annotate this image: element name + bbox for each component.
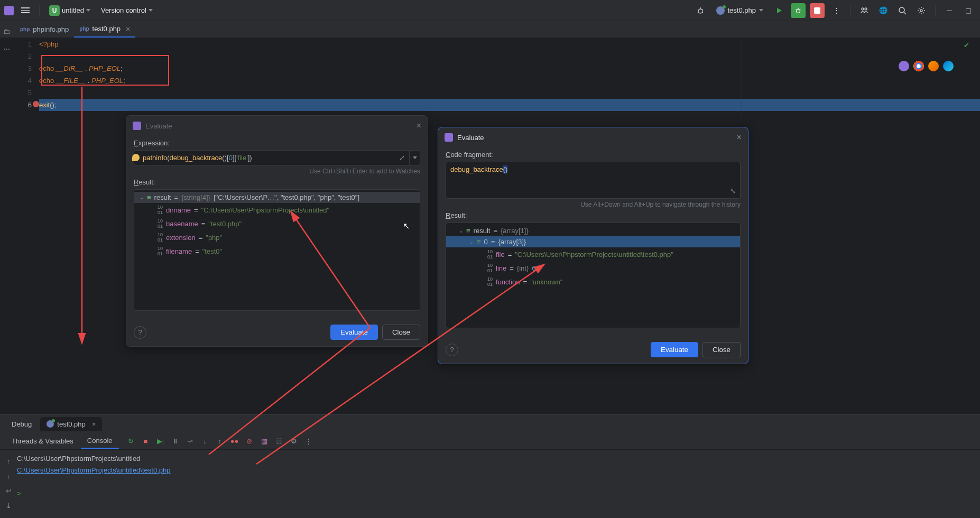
search-icon[interactable] [895,3,910,18]
hint-text: Use Alt+Down and Alt+Up to navigate thro… [446,201,741,208]
tree-row[interactable]: 1001basename = "test0.php" [134,217,420,230]
debug-button[interactable] [791,3,806,18]
evaluate-dialog-1[interactable]: Evaluate × Expression: pathinfo(debug_ba… [126,115,428,347]
close-icon[interactable]: × [417,121,421,131]
help-icon[interactable]: ? [446,344,458,356]
rerun-icon[interactable]: ↻ [126,437,136,446]
run-config-name: test0.php [728,6,756,14]
intention-bulb-icon[interactable] [132,154,140,161]
expression-input[interactable]: pathinfo(debug_backtrace()[0]['file']) ⤢ [134,150,410,165]
chevron-down-icon: ⌄ [469,239,474,245]
history-dropdown[interactable] [410,150,420,165]
scroll-down-icon[interactable]: ↓ [4,471,13,480]
evaluate-button[interactable]: Evaluate [330,325,378,340]
bug-icon[interactable] [693,3,708,18]
result-tree[interactable]: ⌄ ≡ result = {array[1]} ⌄ ≡ 0 = {array[3… [446,223,741,328]
breakpoint-icon[interactable] [33,101,39,107]
scroll-to-end-icon[interactable]: ⤓ [4,501,13,510]
run-config-dropdown[interactable]: test0.php [712,4,768,17]
code-area[interactable]: <?php echo __DIR__ . PHP_EOL; echo __FIL… [39,38,980,111]
maximize-icon[interactable]: ▢ [961,3,976,18]
separator [850,5,850,16]
structure-tool-icon[interactable]: ⋯ [3,45,10,53]
console-output[interactable]: C:\Users\User\PhpstormProjects\untitled … [17,453,975,500]
close-button[interactable]: Close [382,325,420,340]
resume-icon[interactable]: ▶| [156,437,165,446]
tree-row[interactable]: 1001dirname = "C:\Users\User\PhpstormPro… [134,203,420,217]
translate-icon[interactable]: 🌐 [876,3,891,18]
tree-row[interactable]: 1001file = "C:\Users\User\PhpstormProjec… [446,247,740,261]
tab-label: phpinfo.php [33,25,69,33]
more-icon[interactable]: ⋮ [304,437,313,446]
chrome-icon[interactable] [913,61,924,71]
close-button[interactable]: Close [702,342,741,357]
evaluate-dialog-2[interactable]: Evaluate × Code fragment: debug_backtrac… [438,127,748,364]
php-file-icon: php [20,26,30,32]
more-icon[interactable]: ⋮ [829,3,844,18]
code-fragment-input[interactable]: debug_backtrace() ⤡ [446,162,741,199]
svg-point-3 [862,8,864,10]
separator [935,5,936,16]
step-into-icon[interactable]: ↓ [200,437,210,446]
layout-icon[interactable]: ☷ [274,437,284,446]
step-over-icon[interactable]: ⤻ [186,437,195,446]
ide-preview-icon[interactable] [899,61,909,71]
close-icon[interactable]: × [737,133,742,142]
edge-icon[interactable] [943,61,954,71]
inspection-ok-icon[interactable]: ✔ [964,41,969,49]
debug-session-tab[interactable]: test0.php × [40,417,102,431]
evaluate-icon[interactable]: ▦ [260,437,269,446]
editor-tab-phpinfo[interactable]: php phpinfo.php [15,21,74,38]
result-tree[interactable]: ⌄ ≡ result = {string[4]} ["C:\Users\User… [134,189,420,311]
main-menu-button[interactable] [18,3,33,18]
tree-row[interactable]: 1001function = "unknown" [446,275,740,289]
tree-row-root[interactable]: ⌄ ≡ result = {string[4]} ["C:\Users\User… [134,192,420,203]
run-button[interactable] [772,3,787,18]
settings-icon[interactable] [914,3,929,18]
scroll-up-icon[interactable]: ↑ [4,456,13,466]
console-left-toolbar: ↑ ↓ ↩ ⤓ [2,456,15,510]
step-out-icon[interactable]: ↑ [215,437,225,446]
close-session-icon[interactable]: × [92,420,96,428]
collapse-icon[interactable]: ⤡ [730,187,736,195]
console-link[interactable]: C:\Users\User\PhpstormProjects\untitled\… [17,466,170,474]
soft-wrap-icon[interactable]: ↩ [4,486,13,495]
stop-icon[interactable]: ■ [141,437,151,446]
svg-rect-2 [814,7,820,14]
open-in-browser [899,61,954,71]
console-prompt[interactable]: > [17,489,21,497]
console-tab[interactable]: Console [81,433,119,449]
tree-row-index0[interactable]: ⌄ ≡ 0 = {array[3]} [446,236,740,247]
dialog-titlebar[interactable]: Evaluate × [126,116,428,136]
result-label: Result: [446,211,741,219]
project-tool-icon[interactable]: 🗀 [3,27,10,35]
project-name: untitled [62,6,84,14]
threads-tab[interactable]: Threads & Variables [5,434,80,448]
fragment-label: Code fragment: [446,151,741,159]
expression-label: Expression: [134,139,420,147]
tree-row[interactable]: 1001extension = "php" [134,230,420,244]
vcs-dropdown[interactable]: Version control [98,4,156,16]
breakpoints-icon[interactable]: ●● [230,437,239,446]
mute-bp-icon[interactable]: ⊘ [245,437,254,446]
project-dropdown[interactable]: U untitled [46,3,94,18]
settings-icon[interactable]: ⚙ [289,437,299,446]
tree-row[interactable]: 1001line = {int} 6 [446,261,740,275]
minimize-icon[interactable]: ─ [942,3,957,18]
tree-row-root[interactable]: ⌄ ≡ result = {array[1]} [446,225,740,236]
editor-tab-test0[interactable]: php test0.php × [74,21,135,38]
expand-icon[interactable]: ⤢ [399,154,405,162]
separator [39,5,40,16]
firefox-icon[interactable] [928,61,939,71]
close-tab-icon[interactable]: × [126,25,130,33]
dialog-titlebar[interactable]: Evaluate × [438,127,748,147]
right-margin-line [742,38,742,123]
pause-icon[interactable]: ⏸ [171,437,180,446]
stop-button[interactable] [810,3,825,18]
editor[interactable]: 1 2 3 4 5 6 <?php echo __DIR__ . PHP_EOL… [13,38,980,123]
evaluate-button[interactable]: Evaluate [651,342,698,357]
help-icon[interactable]: ? [134,326,146,339]
code-with-me-icon[interactable] [857,3,872,18]
tree-row[interactable]: 1001filename = "test0" [134,244,420,258]
chevron-down-icon: ⌄ [459,228,463,234]
